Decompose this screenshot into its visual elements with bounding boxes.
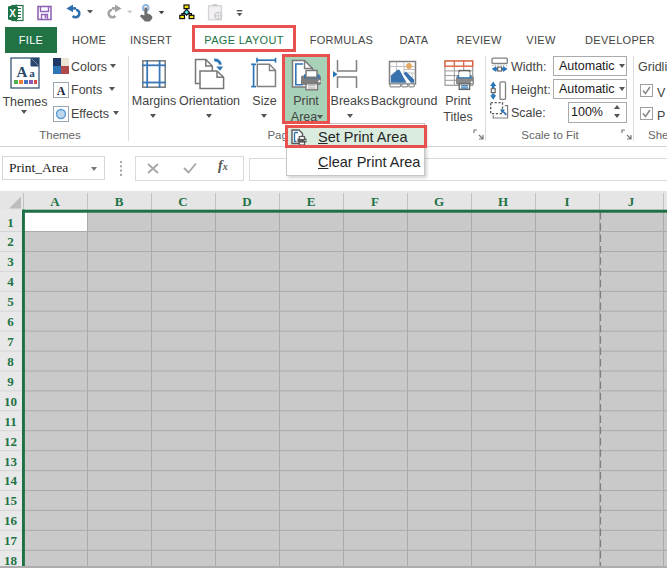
svg-text:I: I [564, 194, 569, 209]
svg-text:B: B [115, 194, 124, 209]
svg-text:14: 14 [4, 473, 18, 488]
svg-text:10: 10 [4, 394, 17, 409]
svg-text:H: H [498, 194, 508, 209]
svg-text:J: J [628, 194, 635, 209]
svg-text:18: 18 [4, 553, 18, 568]
svg-text:E: E [307, 194, 316, 209]
svg-text:13: 13 [4, 454, 18, 469]
svg-text:A: A [57, 84, 66, 98]
svg-text:12: 12 [4, 434, 17, 449]
svg-text:17: 17 [4, 533, 18, 548]
svg-text:A: A [50, 194, 60, 209]
svg-text:A: A [17, 64, 28, 80]
svg-text:3: 3 [7, 254, 14, 269]
svg-text:G: G [434, 194, 444, 209]
svg-text:C: C [178, 194, 187, 209]
svg-text:a: a [29, 67, 35, 79]
svg-text:1: 1 [7, 215, 14, 230]
svg-text:4: 4 [7, 274, 14, 289]
svg-text:2: 2 [7, 234, 14, 249]
svg-text:5: 5 [7, 294, 14, 309]
svg-text:X: X [9, 8, 16, 19]
svg-text:16: 16 [4, 513, 18, 528]
svg-text:15: 15 [4, 493, 18, 508]
svg-text:F: F [371, 194, 379, 209]
svg-text:6: 6 [7, 314, 14, 329]
svg-text:7: 7 [7, 334, 14, 349]
svg-text:D: D [242, 194, 251, 209]
svg-text:11: 11 [4, 414, 16, 429]
svg-text:8: 8 [7, 354, 14, 369]
svg-text:9: 9 [7, 374, 14, 389]
